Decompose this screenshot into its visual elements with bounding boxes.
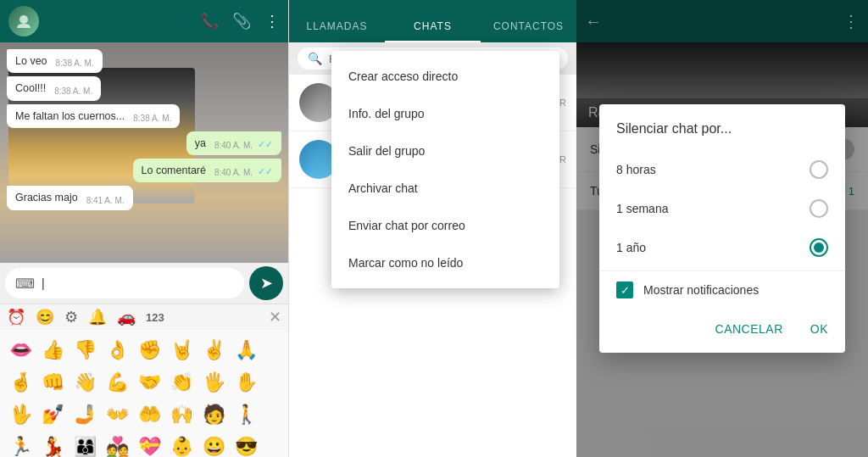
abc-icon[interactable]: 123 [146,311,164,324]
emoji-pray[interactable]: 🙏 [231,335,261,365]
dialog-overlay: Silenciar chat por... 8 horas 1 semana 1… [576,0,868,457]
svg-point-0 [19,15,28,24]
checkbox-label: Mostrar notificaciones [643,283,759,297]
dialog-option-1w[interactable]: 1 semana [599,189,845,228]
emoji-muscle[interactable]: 💪 [102,367,132,398]
dialog-actions: CANCELAR OK [599,309,845,353]
chatlist-tabs: LLAMADAS CHATS CONTACTOS [289,0,576,42]
chatlist-header: LLAMADAS CHATS CONTACTOS [289,0,576,42]
menu-enviar-chat[interactable]: Enviar chat por correo [331,207,559,244]
dialog-option-8h[interactable]: 8 horas [599,150,845,189]
emoji-crossed[interactable]: 🤞 [5,367,36,398]
emoji-grin[interactable]: 😎 [231,432,261,457]
message-4: ya 8:40 A. M. ✓✓ [186,131,281,155]
smile-icon[interactable]: 😊 [36,308,54,326]
menu-info-grupo[interactable]: Info. del grupo [331,95,559,132]
message-3: Me faltan los cuernos... 8:38 A. M. [7,104,180,128]
emoji-nail[interactable]: 💅 [37,399,68,430]
send-button[interactable]: ➤ [249,266,283,300]
emoji-handshake[interactable]: 🤝 [134,367,164,398]
dialog-checkbox-row: ✓ Mostrar notificaciones [599,270,845,309]
emoji-spock[interactable]: 🖖 [5,399,36,430]
msg-text-6: Gracias majo [15,191,78,204]
chat-panel: 📞 📎 ⋮ Lo veo 8:38 A. M. Cool!!! 8:38 A. … [0,0,288,457]
menu-marcar-no-leido[interactable]: Marcar como no leído [331,244,559,281]
settings-icon[interactable]: ⚙ [64,308,78,326]
emoji-v[interactable]: ✌ [198,335,229,365]
msg-time-6: 8:41 A. M. [86,196,125,205]
msg-text-2: Cool!!! [15,81,46,95]
cursor: | [42,276,45,290]
radio-1w[interactable] [810,199,828,218]
msg-text-3: Me faltan los cuernos... [15,109,125,123]
chat-header: 📞 📎 ⋮ [0,0,288,42]
emoji-dance[interactable]: 💃 [37,432,68,457]
emoji-thumbsdown[interactable]: 👎 [70,335,100,365]
emoji-person2[interactable]: 🚶 [231,399,261,430]
radio-inner-1y [814,242,824,253]
emoji-rock[interactable]: 🤘 [166,335,197,365]
emoji-openhand[interactable]: 🖐 [198,367,229,398]
emoji-heart[interactable]: 💝 [134,432,164,457]
search-icon: 🔍 [308,52,322,65]
emoji-wave[interactable]: 👋 [70,367,100,398]
emoji-family[interactable]: 👨‍👩‍👦 [70,432,100,457]
chat-input-area: ⌨ | ➤ [0,263,288,304]
tab-chats[interactable]: CHATS [385,8,481,42]
emoji-couple[interactable]: 💑 [102,432,132,457]
context-menu: Crear acceso directo Info. del grupo Sal… [331,51,559,288]
tab-llamadas[interactable]: LLAMADAS [289,8,385,42]
keyboard-icon[interactable]: ⌨ [15,276,35,292]
menu-salir-grupo[interactable]: Salir del grupo [331,132,559,170]
checkbox-notif[interactable]: ✓ [616,281,633,298]
chatlist-panel: LLAMADAS CHATS CONTACTOS 🔍 Mime Grue ...… [288,0,576,457]
ok-button[interactable]: OK [804,315,835,343]
emoji-close-button[interactable]: ✕ [269,308,281,326]
chat-messages: Lo veo 8:38 A. M. Cool!!! 8:38 A. M. Me … [0,42,288,263]
emoji-toolbar: ⏰ 😊 ⚙ 🔔 🚗 123 ✕ [0,304,288,330]
car-icon[interactable]: 🚗 [117,308,136,326]
clock-icon[interactable]: ⏰ [7,308,25,326]
info-panel: ← ⋮ Raúl Escotero Silenciar Tus grupos c… [576,0,868,457]
emoji-baby[interactable]: 👶 [166,432,197,457]
radio-1y[interactable] [810,238,828,257]
emoji-run[interactable]: 🏃 [5,432,36,457]
message-2: Cool!!! 8:38 A. M. [7,76,101,100]
emoji-thumbsup[interactable]: 👍 [37,335,68,365]
radio-8h[interactable] [810,160,828,179]
message-1: Lo veo 8:38 A. M. [7,49,103,73]
emoji-selfie[interactable]: 🤳 [70,399,100,430]
menu-archivar-chat[interactable]: Archivar chat [331,170,559,207]
msg-time-2: 8:38 A. M. [54,86,92,96]
msg-text-5: Lo comentaré [142,164,206,177]
chat-background: Lo veo 8:38 A. M. Cool!!! 8:38 A. M. Me … [0,42,288,263]
message-5: Lo comentaré 8:40 A. M. ✓✓ [133,159,281,182]
option-8h-label: 8 horas [616,163,656,176]
call-icon[interactable]: 📞 [200,12,219,31]
cancel-button[interactable]: CANCELAR [709,315,790,343]
chat-avatar-header [8,6,39,36]
emoji-highfive[interactable]: 🙌 [166,399,197,430]
dialog-option-1y[interactable]: 1 año [599,228,845,267]
emoji-fist[interactable]: ✊ [134,335,164,365]
more-icon[interactable]: ⋮ [264,12,280,31]
emoji-handopen[interactable]: 👐 [102,399,132,430]
chat-header-icons: 📞 📎 ⋮ [200,12,280,31]
msg-time-5: 8:40 A. M. [214,168,253,177]
emoji-wave2[interactable]: 🤲 [134,399,164,430]
emoji-punch[interactable]: 👊 [37,367,68,398]
menu-crear-acceso[interactable]: Crear acceso directo [331,58,559,95]
emoji-smiley[interactable]: 😀 [198,432,229,457]
emoji-lips[interactable]: 👄 [5,335,36,365]
emoji-clap[interactable]: 👏 [166,367,197,398]
bell-icon[interactable]: 🔔 [88,308,107,326]
msg-time-3: 8:38 A. M. [133,114,171,123]
msg-text-1: Lo veo [15,54,47,68]
msg-text-4: ya [195,137,206,150]
emoji-person1[interactable]: 🧑 [198,399,229,430]
emoji-raisedhand[interactable]: ✋ [231,367,261,398]
tab-contactos[interactable]: CONTACTOS [481,8,576,42]
paperclip-icon[interactable]: 📎 [232,12,251,31]
emoji-ok[interactable]: 👌 [102,335,132,365]
chat-input-box[interactable]: ⌨ | [5,268,244,298]
